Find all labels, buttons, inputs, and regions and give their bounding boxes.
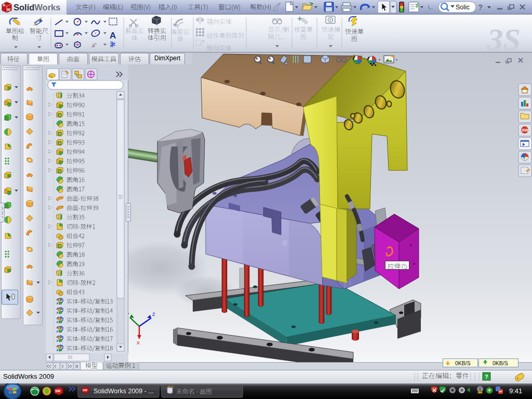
svg-text:?: ? [485, 374, 488, 380]
svg-text:SW: SW [55, 389, 61, 393]
svg-text:0KB/S: 0KB/S [455, 360, 471, 366]
svg-text:W: W [7, 8, 11, 11]
svg-text:SW: SW [522, 128, 528, 132]
svg-text:X: X [137, 340, 140, 345]
svg-text:Solic: Solic [456, 4, 470, 11]
svg-text:?: ? [478, 3, 483, 11]
svg-text:!: ! [480, 390, 481, 393]
svg-text:A: A [110, 31, 116, 41]
svg-text:9:41: 9:41 [509, 387, 522, 395]
svg-text:SolidWorks 2009 - ...: SolidWorks 2009 - ... [94, 388, 154, 395]
svg-text:S: S [3, 3, 5, 7]
svg-text:ЗS: ЗS [487, 22, 521, 52]
svg-text:SW: SW [83, 389, 88, 392]
svg-text:SolidWorks: SolidWorks [14, 3, 60, 12]
svg-text:0KB/S: 0KB/S [493, 360, 508, 366]
svg-text:\..: \.. [428, 4, 433, 10]
svg-text:Z: Z [152, 312, 155, 317]
